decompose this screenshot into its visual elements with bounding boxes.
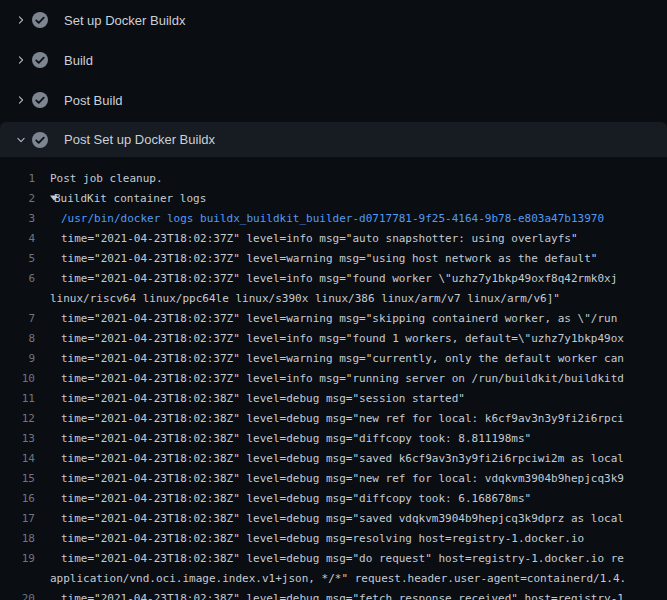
step-row-post-set-up-docker-buildx[interactable]: Post Set up Docker Buildx xyxy=(0,122,667,157)
workflow-log-panel: Set up Docker Buildx Build Post Build xyxy=(0,0,667,600)
log-line-text: time="2021-04-23T18:02:38Z" level=debug … xyxy=(35,429,531,449)
log-line: 1 Post job cleanup. xyxy=(0,169,667,189)
log-line-number[interactable]: 3 xyxy=(0,209,35,229)
log-line-text: time="2021-04-23T18:02:38Z" level=debug … xyxy=(35,469,624,489)
check-circle-icon xyxy=(32,12,48,28)
log-line-text: time="2021-04-23T18:02:37Z" level=info m… xyxy=(35,269,617,289)
log-line-number[interactable]: 7 xyxy=(0,309,35,329)
log-line-number[interactable]: 8 xyxy=(0,329,35,349)
log-line-text: time="2021-04-23T18:02:37Z" level=warnin… xyxy=(35,349,624,369)
step-label: Build xyxy=(64,53,93,68)
log-line-text: time="2021-04-23T18:02:37Z" level=info m… xyxy=(35,229,578,249)
log-line-number[interactable]: 16 xyxy=(0,489,35,509)
log-line: 6 time="2021-04-23T18:02:37Z" level=info… xyxy=(0,269,667,289)
log-area: 1 Post job cleanup. 2 BuildKit container… xyxy=(0,157,667,600)
step-label: Post Set up Docker Buildx xyxy=(64,132,215,147)
log-line-number xyxy=(0,569,35,589)
triangle-down-icon xyxy=(35,189,50,209)
log-line-number[interactable]: 14 xyxy=(0,449,35,469)
log-line-text: application/vnd.oci.image.index.v1+json,… xyxy=(35,569,626,589)
log-line-number[interactable]: 4 xyxy=(0,229,35,249)
log-line-text: time="2021-04-23T18:02:37Z" level=warnin… xyxy=(35,249,597,269)
log-line-number[interactable]: 18 xyxy=(0,529,35,549)
step-label: Post Build xyxy=(64,93,123,108)
log-line-number xyxy=(0,289,35,309)
log-line: 20 time="2021-04-23T18:02:38Z" level=deb… xyxy=(0,589,667,600)
log-line: 3 /usr/bin/docker logs buildx_buildkit_b… xyxy=(0,209,667,229)
log-line: linux/riscv64 linux/ppc64le linux/s390x … xyxy=(0,289,667,309)
log-line-number[interactable]: 19 xyxy=(0,549,35,569)
log-line-text: BuildKit container logs xyxy=(50,189,206,209)
log-line-number[interactable]: 6 xyxy=(0,269,35,289)
log-line-number[interactable]: 11 xyxy=(0,389,35,409)
log-line: 18 time="2021-04-23T18:02:38Z" level=deb… xyxy=(0,529,667,549)
log-line: 11 time="2021-04-23T18:02:38Z" level=deb… xyxy=(0,389,667,409)
log-line-text: time="2021-04-23T18:02:37Z" level=info m… xyxy=(35,369,624,389)
step-row-set-up-docker-buildx[interactable]: Set up Docker Buildx xyxy=(0,0,667,40)
log-line-number[interactable]: 13 xyxy=(0,429,35,449)
log-line-text: linux/riscv64 linux/ppc64le linux/s390x … xyxy=(35,289,560,309)
log-line: 9 time="2021-04-23T18:02:37Z" level=warn… xyxy=(0,349,667,369)
log-line-text: time="2021-04-23T18:02:38Z" level=debug … xyxy=(35,509,624,529)
log-line: 17 time="2021-04-23T18:02:38Z" level=deb… xyxy=(0,509,667,529)
check-circle-icon xyxy=(32,52,48,68)
steps-list: Set up Docker Buildx Build Post Build xyxy=(0,0,667,157)
log-line-number[interactable]: 12 xyxy=(0,409,35,429)
log-line-text: time="2021-04-23T18:02:38Z" level=debug … xyxy=(35,449,624,469)
log-line: 15 time="2021-04-23T18:02:38Z" level=deb… xyxy=(0,469,667,489)
log-line-text: Post job cleanup. xyxy=(35,169,163,189)
log-line: 5 time="2021-04-23T18:02:37Z" level=warn… xyxy=(0,249,667,269)
log-command-text: /usr/bin/docker logs buildx_buildkit_bui… xyxy=(35,209,604,229)
log-line: 8 time="2021-04-23T18:02:37Z" level=info… xyxy=(0,329,667,349)
log-line: application/vnd.oci.image.index.v1+json,… xyxy=(0,569,667,589)
step-row-build[interactable]: Build xyxy=(0,40,667,80)
log-line-number[interactable]: 10 xyxy=(0,369,35,389)
chevron-right-icon xyxy=(13,92,29,108)
log-line-text: time="2021-04-23T18:02:38Z" level=debug … xyxy=(35,549,624,569)
log-line: 19 time="2021-04-23T18:02:38Z" level=deb… xyxy=(0,549,667,569)
log-line-text: time="2021-04-23T18:02:38Z" level=debug … xyxy=(35,529,584,549)
log-group-row[interactable]: 2 BuildKit container logs xyxy=(0,189,667,209)
log-line-number[interactable]: 15 xyxy=(0,469,35,489)
log-line-text: time="2021-04-23T18:02:38Z" level=debug … xyxy=(35,409,624,429)
log-line: 4 time="2021-04-23T18:02:37Z" level=info… xyxy=(0,229,667,249)
log-line-number[interactable]: 5 xyxy=(0,249,35,269)
log-line: 10 time="2021-04-23T18:02:37Z" level=inf… xyxy=(0,369,667,389)
log-line-text: time="2021-04-23T18:02:38Z" level=debug … xyxy=(35,489,531,509)
log-line: 13 time="2021-04-23T18:02:38Z" level=deb… xyxy=(0,429,667,449)
log-line-number[interactable]: 1 xyxy=(0,169,35,189)
log-line-text: time="2021-04-23T18:02:38Z" level=debug … xyxy=(35,589,624,600)
chevron-right-icon xyxy=(13,12,29,28)
log-line: 7 time="2021-04-23T18:02:37Z" level=warn… xyxy=(0,309,667,329)
log-line-text: time="2021-04-23T18:02:38Z" level=debug … xyxy=(35,389,465,409)
chevron-down-icon xyxy=(13,132,29,148)
log-line-number[interactable]: 17 xyxy=(0,509,35,529)
check-circle-icon xyxy=(32,132,48,148)
chevron-right-icon xyxy=(13,52,29,68)
log-line-number[interactable]: 20 xyxy=(0,589,35,600)
log-line-text: time="2021-04-23T18:02:37Z" level=info m… xyxy=(35,329,624,349)
log-line: 16 time="2021-04-23T18:02:38Z" level=deb… xyxy=(0,489,667,509)
check-circle-icon xyxy=(32,92,48,108)
log-line: 14 time="2021-04-23T18:02:38Z" level=deb… xyxy=(0,449,667,469)
step-row-post-build[interactable]: Post Build xyxy=(0,80,667,120)
log-line: 12 time="2021-04-23T18:02:38Z" level=deb… xyxy=(0,409,667,429)
log-line-number[interactable]: 2 xyxy=(0,189,35,209)
step-label: Set up Docker Buildx xyxy=(64,13,185,28)
log-line-text: time="2021-04-23T18:02:37Z" level=warnin… xyxy=(35,309,617,329)
log-line-number[interactable]: 9 xyxy=(0,349,35,369)
